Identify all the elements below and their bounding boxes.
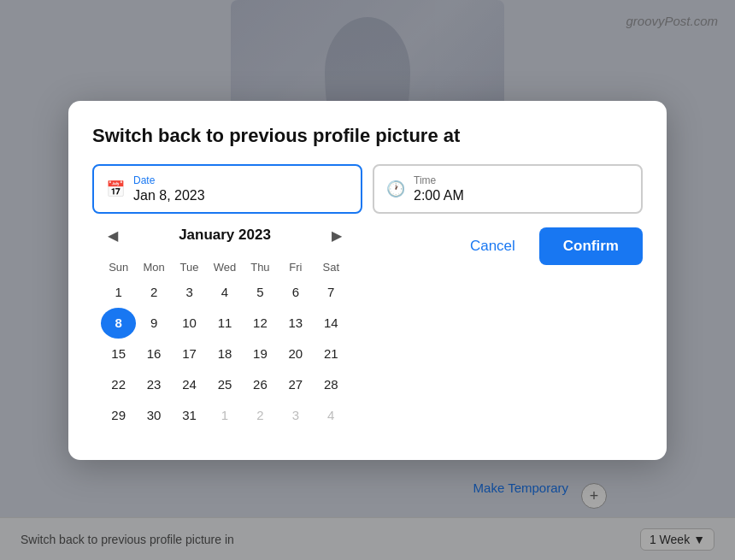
- date-value: Jan 8, 2023: [133, 188, 205, 203]
- next-month-button[interactable]: ▶: [325, 224, 349, 247]
- calendar-day[interactable]: 5: [243, 277, 278, 308]
- calendar-day[interactable]: 3: [172, 277, 207, 308]
- calendar-day[interactable]: 14: [314, 308, 349, 339]
- calendar-day[interactable]: 9: [136, 308, 171, 339]
- calendar-week-3: 22232425262728: [101, 369, 349, 400]
- calendar-day[interactable]: 24: [172, 369, 207, 400]
- calendar-day[interactable]: 3: [278, 400, 313, 431]
- modal-overlay: Switch back to previous profile picture …: [0, 0, 735, 560]
- cancel-button[interactable]: Cancel: [456, 231, 529, 262]
- calendar-day[interactable]: 11: [207, 308, 242, 339]
- calendar-day[interactable]: 22: [101, 369, 136, 400]
- calendar-day[interactable]: 2: [243, 400, 278, 431]
- calendar-day[interactable]: 21: [314, 339, 349, 369]
- actions-panel: Cancel Confirm: [357, 214, 643, 272]
- clock-icon: 🕐: [386, 180, 405, 198]
- calendar-day[interactable]: 13: [278, 308, 313, 339]
- calendar-week-4: 2930311234: [101, 400, 349, 431]
- calendar-day[interactable]: 27: [278, 369, 313, 400]
- calendar-day[interactable]: 19: [243, 339, 278, 369]
- calendar-week-2: 15161718192021: [101, 339, 349, 369]
- col-wed: Wed: [207, 257, 242, 277]
- date-field-content: Date Jan 8, 2023: [133, 174, 205, 203]
- calendar-day[interactable]: 4: [207, 277, 242, 308]
- calendar-week-1: 891011121314: [101, 308, 349, 339]
- col-tue: Tue: [172, 257, 207, 277]
- calendar-header: ◀ January 2023 ▶: [101, 224, 349, 247]
- time-field[interactable]: 🕐 Time 2:00 AM: [373, 164, 643, 214]
- calendar-day[interactable]: 16: [136, 339, 171, 369]
- calendar-actions-row: ◀ January 2023 ▶ Sun Mon Tue Wed Thu Fri: [92, 214, 643, 439]
- calendar-week-0: 1234567: [101, 277, 349, 308]
- calendar-day[interactable]: 26: [243, 369, 278, 400]
- calendar-day[interactable]: 17: [172, 339, 207, 369]
- calendar-day[interactable]: 20: [278, 339, 313, 369]
- calendar-day[interactable]: 1: [207, 400, 242, 431]
- time-label: Time: [414, 174, 464, 186]
- col-sun: Sun: [101, 257, 136, 277]
- calendar-day[interactable]: 6: [278, 277, 313, 308]
- calendar-day[interactable]: 10: [172, 308, 207, 339]
- calendar-day[interactable]: 4: [314, 400, 349, 431]
- col-fri: Fri: [278, 257, 313, 277]
- calendar-day[interactable]: 29: [101, 400, 136, 431]
- date-label: Date: [133, 174, 205, 186]
- calendar-day[interactable]: 23: [136, 369, 171, 400]
- calendar-day[interactable]: 12: [243, 308, 278, 339]
- col-thu: Thu: [243, 257, 278, 277]
- prev-month-button[interactable]: ◀: [101, 224, 125, 247]
- calendar-day[interactable]: 31: [172, 400, 207, 431]
- date-time-fields: 📅 Date Jan 8, 2023 🕐 Time 2:00 AM: [92, 164, 643, 214]
- calendar-day[interactable]: 18: [207, 339, 242, 369]
- calendar-icon: 📅: [106, 180, 125, 198]
- calendar: ◀ January 2023 ▶ Sun Mon Tue Wed Thu Fri: [92, 214, 357, 439]
- calendar-grid: Sun Mon Tue Wed Thu Fri Sat 123456789101…: [101, 257, 349, 431]
- action-buttons: Cancel Confirm: [456, 227, 643, 265]
- calendar-day[interactable]: 30: [136, 400, 171, 431]
- modal-dialog: Switch back to previous profile picture …: [68, 101, 667, 460]
- time-field-content: Time 2:00 AM: [414, 174, 464, 203]
- time-value: 2:00 AM: [414, 188, 464, 203]
- calendar-day[interactable]: 28: [314, 369, 349, 400]
- calendar-day[interactable]: 7: [314, 277, 349, 308]
- col-sat: Sat: [314, 257, 349, 277]
- col-mon: Mon: [136, 257, 171, 277]
- calendar-day[interactable]: 15: [101, 339, 136, 369]
- calendar-header-row: Sun Mon Tue Wed Thu Fri Sat: [101, 257, 349, 277]
- calendar-day[interactable]: 8: [101, 308, 136, 339]
- month-label: January 2023: [179, 227, 271, 244]
- date-field[interactable]: 📅 Date Jan 8, 2023: [92, 164, 362, 214]
- calendar-day[interactable]: 2: [136, 277, 171, 308]
- calendar-day[interactable]: 25: [207, 369, 242, 400]
- confirm-button[interactable]: Confirm: [539, 227, 643, 265]
- modal-title: Switch back to previous profile picture …: [92, 125, 643, 147]
- calendar-day[interactable]: 1: [101, 277, 136, 308]
